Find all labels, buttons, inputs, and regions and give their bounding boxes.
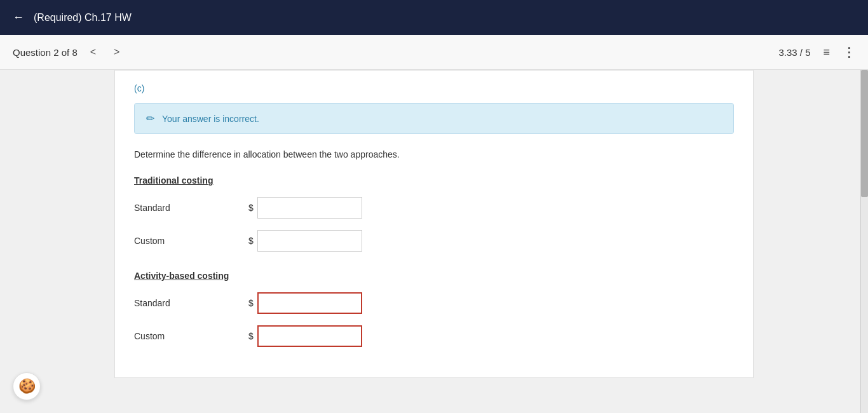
abc-custom-input[interactable] [257, 325, 362, 347]
abc-custom-dollar: $ [248, 331, 254, 341]
cookie-button[interactable]: 🍪 [13, 372, 41, 400]
question-navigation: Question 2 of 8 < > [13, 44, 125, 60]
question-label: Question 2 of 8 [13, 47, 78, 58]
content-card: (c) ✏ Your answer is incorrect. Determin… [114, 70, 754, 378]
section-marker: (c) [134, 83, 734, 93]
traditional-costing-header: Traditional costing [134, 175, 734, 186]
back-button[interactable]: ← [13, 11, 24, 24]
traditional-custom-dollar: $ [248, 236, 254, 246]
activity-based-costing-section: Activity-based costing Standard $ Custom… [134, 271, 734, 347]
abc-standard-label: Standard [134, 298, 248, 308]
traditional-standard-dollar: $ [248, 203, 254, 213]
scrollbar [860, 70, 868, 413]
scrollbar-thumb[interactable] [861, 70, 868, 197]
traditional-costing-section: Traditional costing Standard $ Custom $ [134, 175, 734, 252]
abc-custom-label: Custom [134, 331, 248, 341]
traditional-custom-input[interactable] [257, 230, 362, 252]
traditional-standard-row: Standard $ [134, 197, 734, 219]
question-header: Question 2 of 8 < > 3.33 / 5 ≡ ⋮ [0, 35, 868, 70]
main-content: (c) ✏ Your answer is incorrect. Determin… [0, 70, 868, 413]
traditional-standard-label: Standard [134, 203, 248, 213]
pencil-icon: ✏ [146, 112, 154, 125]
score-display: 3.33 / 5 [778, 47, 810, 58]
incorrect-banner: ✏ Your answer is incorrect. [134, 103, 734, 134]
nav-title: (Required) Ch.17 HW [34, 12, 132, 24]
score-area: 3.33 / 5 ≡ ⋮ [778, 44, 855, 60]
cookie-icon: 🍪 [18, 378, 36, 395]
prev-question-button[interactable]: < [85, 44, 101, 60]
more-options-icon[interactable]: ⋮ [843, 44, 855, 60]
top-nav-bar: ← (Required) Ch.17 HW [0, 0, 868, 35]
question-text: Determine the difference in allocation b… [134, 148, 734, 161]
incorrect-text: Your answer is incorrect. [162, 114, 259, 124]
activity-based-costing-header: Activity-based costing [134, 271, 734, 281]
abc-standard-dollar: $ [248, 298, 254, 308]
traditional-custom-row: Custom $ [134, 230, 734, 252]
list-icon[interactable]: ≡ [823, 46, 830, 59]
traditional-custom-label: Custom [134, 236, 248, 246]
abc-standard-row: Standard $ [134, 292, 734, 314]
traditional-standard-input[interactable] [257, 197, 362, 219]
abc-custom-row: Custom $ [134, 325, 734, 347]
next-question-button[interactable]: > [109, 44, 125, 60]
abc-standard-input[interactable] [257, 292, 362, 314]
